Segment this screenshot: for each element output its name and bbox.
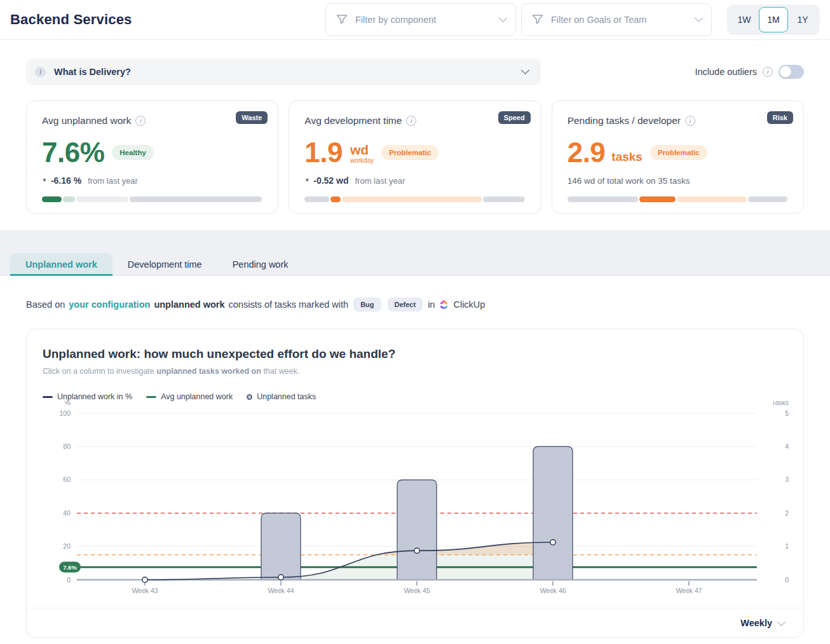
include-outliers-control: Include outliers i: [695, 65, 804, 79]
note-prefix: Based on: [26, 299, 65, 310]
bar-week-44[interactable]: [261, 513, 301, 580]
legend-item-unplanned-tasks[interactable]: Unplanned tasks: [247, 392, 316, 401]
progress-segment: [42, 196, 62, 202]
progress-segment: [639, 196, 676, 202]
tab-unplanned-work[interactable]: Unplanned work: [10, 253, 112, 276]
chart-legend: Unplanned work in %Avg unplanned workUnp…: [43, 392, 787, 401]
tab-label: Pending work: [233, 259, 289, 270]
delivery-overview-panel: i What is Delivery? Include outliers i A…: [0, 40, 830, 230]
goals-team-filter-dropdown[interactable]: Filter on Goals or Team: [521, 3, 712, 36]
svg-text:60: 60: [63, 476, 71, 483]
component-filter-dropdown[interactable]: Filter by component: [325, 3, 516, 36]
status-badge: Problematic: [650, 145, 707, 160]
component-filter-placeholder: Filter by component: [355, 15, 436, 25]
metric-cards: Avg unplanned work i Waste 7.6% Healthy …: [26, 100, 804, 214]
progress-segment: [304, 196, 329, 202]
metric-card-development-time: Avg development time i Speed 1.9 wd work…: [289, 100, 541, 214]
category-badge-speed: Speed: [498, 111, 531, 124]
what-is-delivery-accordion[interactable]: i What is Delivery?: [26, 58, 541, 85]
svg-text:Week 43: Week 43: [132, 587, 158, 594]
include-outliers-label: Include outliers: [695, 67, 757, 77]
card-title: Avg development time: [304, 115, 402, 127]
progress-segment: [748, 196, 788, 202]
subtitle-prefix: Click on a column to investigate: [43, 367, 154, 376]
svg-text:%: %: [65, 401, 71, 406]
subtitle-bold: unplanned tasks worked on: [156, 367, 261, 376]
progress-segment: [130, 196, 262, 202]
range-1m-button[interactable]: 1M: [759, 7, 788, 32]
progress-segment: [568, 196, 638, 202]
legend-label: Unplanned tasks: [257, 392, 316, 401]
svg-text:3: 3: [785, 476, 789, 483]
range-1y-button[interactable]: 1Y: [788, 7, 817, 32]
granularity-label: Weekly: [740, 618, 772, 628]
legend-circle-swatch: [247, 394, 252, 400]
metric-card-unplanned-work: Avg unplanned work i Waste 7.6% Healthy …: [26, 100, 278, 214]
progress-bar: [42, 196, 262, 202]
include-outliers-toggle[interactable]: [779, 65, 804, 79]
app-header: Backend Services Filter by component Fil…: [0, 0, 830, 40]
metric-value: 7.6%: [42, 137, 104, 168]
page-title: Backend Services: [10, 11, 132, 28]
svg-text:4: 4: [785, 442, 789, 450]
metric-subtext: 146 wd of total work on 35 tasks: [568, 176, 788, 186]
legend-item-avg-unplanned-work[interactable]: Avg unplanned work: [146, 392, 233, 401]
tab-label: Unplanned work: [25, 259, 97, 270]
tab-pending-work[interactable]: Pending work: [217, 253, 304, 276]
chevron-down-icon: [777, 618, 786, 626]
bar-week-45[interactable]: [397, 480, 437, 580]
category-badge-risk: Risk: [767, 111, 793, 124]
header-controls: Filter by component Filter on Goals or T…: [325, 3, 820, 36]
category-badge-waste: Waste: [236, 111, 268, 124]
info-icon[interactable]: i: [685, 116, 695, 126]
funnel-icon: [531, 13, 544, 27]
metric-unit: wd workday: [350, 143, 374, 164]
note-connector: in: [428, 299, 435, 310]
tag-chip-defect: Defect: [388, 298, 423, 312]
progress-bar: [568, 196, 788, 202]
subtitle-suffix: that week.: [263, 367, 299, 376]
note-middle: consists of tasks marked with: [229, 299, 349, 310]
svg-text:2: 2: [785, 509, 789, 517]
card-title: Avg unplanned work: [42, 115, 131, 127]
clickup-logo-icon: [439, 299, 449, 310]
delta-caption: from last year: [355, 176, 405, 186]
svg-text:Week 47: Week 47: [676, 587, 702, 594]
svg-text:Tasks: Tasks: [772, 401, 789, 406]
info-icon[interactable]: i: [763, 67, 773, 77]
legend-item-unplanned-work-in-[interactable]: Unplanned work in %: [43, 392, 132, 401]
granularity-dropdown[interactable]: Weekly: [27, 608, 803, 637]
svg-text:Week 45: Week 45: [404, 587, 430, 594]
svg-text:7.6%: 7.6%: [63, 564, 77, 571]
time-range-group: 1W 1M 1Y: [727, 4, 820, 35]
status-badge: Healthy: [112, 145, 154, 160]
tab-development-time[interactable]: Development time: [112, 253, 217, 276]
svg-text:0: 0: [785, 576, 789, 584]
progress-segment: [677, 196, 746, 202]
info-icon[interactable]: i: [135, 116, 146, 126]
unplanned-chart: 7.6%Week 43Week 44Week 45Week 46Week 47%…: [43, 401, 793, 598]
range-1w-button[interactable]: 1W: [730, 7, 759, 32]
svg-text:5: 5: [785, 409, 789, 417]
svg-text:1: 1: [785, 542, 789, 550]
metric-value: 2.9: [568, 137, 606, 168]
info-icon: i: [35, 67, 46, 78]
bar-week-46[interactable]: [533, 446, 573, 580]
configuration-link[interactable]: your configuration: [69, 299, 150, 310]
funnel-icon: [336, 13, 348, 27]
delta-caption: from last year: [88, 176, 138, 186]
svg-text:Week 44: Week 44: [268, 587, 294, 594]
tab-label: Development time: [128, 259, 202, 270]
legend-label: Unplanned work in %: [57, 392, 132, 401]
goals-team-filter-placeholder: Filter on Goals or Team: [551, 15, 646, 25]
app-name: ClickUp: [453, 299, 485, 310]
info-icon[interactable]: i: [406, 116, 416, 126]
progress-bar: [304, 196, 525, 202]
progress-segment: [63, 196, 75, 202]
triangle-down-icon: ▼: [304, 178, 310, 183]
metric-value: 1.9: [304, 137, 343, 168]
unit-caption: workday: [350, 158, 374, 164]
accordion-label: What is Delivery?: [54, 67, 131, 77]
chevron-down-icon: [521, 66, 529, 74]
progress-segment: [330, 196, 341, 202]
